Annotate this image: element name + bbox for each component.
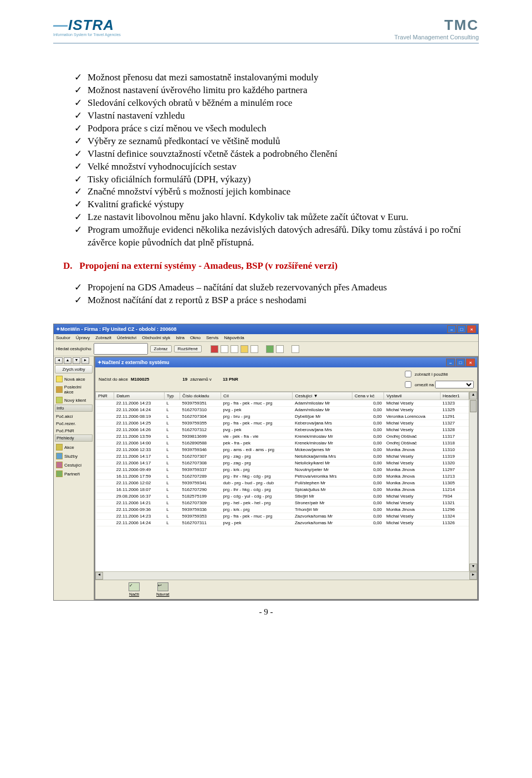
table-row[interactable]: 22.11.2006 08:19L5162707304prg - bru - p… — [96, 413, 469, 420]
list-item: ✓Velké množství vyhodnocujících sestav — [74, 161, 479, 173]
maximize-button[interactable]: □ — [457, 325, 466, 333]
hscrollbar[interactable]: ◄► — [95, 571, 477, 580]
chk-zobrazit[interactable]: zobrazit i použité — [402, 369, 474, 379]
child-titlebar[interactable]: ✦ Načtení z externího systému – □ × — [95, 357, 477, 367]
list-item: ✓Vlastní definice souvztažností včetně č… — [74, 148, 479, 161]
toolbar-icon[interactable] — [276, 345, 284, 353]
table-row[interactable]: 22.11.2006 14:21L5162707309prg - hel - p… — [96, 500, 469, 506]
table-row[interactable]: 22.11.2006 14:17L5162707307prg - zag - p… — [96, 453, 469, 460]
table-row[interactable]: 22.11.2006 12:02L5939759341dub - prg - b… — [96, 480, 469, 487]
rozsirene-button[interactable]: Rozšířené — [174, 345, 202, 352]
table-row[interactable]: 22.11.2006 14:23L5939759353prg - fra - p… — [96, 513, 469, 520]
table-row[interactable]: 22.11.2006 14:25L5939759355prg - fra - p… — [96, 420, 469, 427]
column-header[interactable]: Vystavil — [384, 392, 440, 400]
sidebar-sluzby[interactable]: Služby — [55, 452, 93, 460]
table-row[interactable]: 22.11.2006 12:33L5939759346prg - ams - e… — [96, 447, 469, 453]
table-row[interactable]: 22.11.2006 09:36L5939759336prg - krk - p… — [96, 506, 469, 513]
list-item: ✓Výběry ze seznamů předkontací ve většin… — [74, 135, 479, 148]
bullet-list-2: ✓Propojení na GDS Amadeus – načítání dat… — [53, 281, 479, 307]
sidebar: ◄▲▼► Zrych.volby Nová akce Poslední akce… — [54, 356, 94, 600]
toolbar-icon[interactable] — [266, 345, 274, 353]
column-header[interactable]: Číslo dokladu — [180, 392, 221, 400]
app-screenshot: ✦ MonWin - Firma : Fly United CZ - obdob… — [53, 324, 479, 601]
check-icon: ✓ — [74, 161, 82, 173]
app-icon: ✦ — [56, 326, 60, 332]
menu-item[interactable]: Úpravy — [76, 335, 90, 340]
table-row[interactable]: 22.11.2006 09:49L5939759337prg - krk - p… — [96, 467, 469, 473]
table-row[interactable]: 22.11.2006 14:23L5939759351prg - fra - p… — [96, 400, 469, 407]
navrat-button[interactable]: ↩Návrat — [156, 582, 170, 597]
table-row[interactable]: 22.11.2006 14:26L5162707312pvg - pekKebe… — [96, 427, 469, 433]
menu-item[interactable]: Soubor — [56, 335, 70, 340]
table-row[interactable]: 29.08.2006 16:37L5182575199prg - cdg - y… — [96, 493, 469, 500]
check-icon: ✓ — [74, 84, 82, 97]
list-item: ✓Podpora práce s cizí měnou ve všech mod… — [74, 122, 479, 135]
column-header[interactable]: Cíl — [221, 392, 293, 400]
toolbar-icon[interactable] — [291, 345, 299, 353]
logo-istra: —ISTRA Information System for Travel Age… — [53, 17, 121, 37]
search-input[interactable] — [94, 343, 148, 355]
table-row[interactable]: 22.11.2006 14:24L5162707311pvg - pekZazv… — [96, 520, 469, 526]
nav-arrows[interactable]: ◄▲▼► — [55, 357, 93, 364]
column-header[interactable]: Header1 — [440, 392, 468, 400]
child-maximize[interactable]: □ — [456, 359, 465, 366]
nacti-button[interactable]: ✓Načti — [129, 582, 140, 597]
close-button[interactable]: × — [467, 325, 476, 333]
toolbar-icon[interactable] — [250, 345, 258, 353]
data-grid[interactable]: PNRDatumTypČíslo dokladuCílCestující ▼Ce… — [95, 392, 477, 571]
minimize-button[interactable]: – — [447, 325, 456, 333]
column-header[interactable]: Cestující ▼ — [293, 392, 352, 400]
list-item: ✓Tisky oficiálních formulářů (DPH, výkaz… — [74, 173, 479, 186]
sidebar-novy-klient[interactable]: Nový klient — [55, 396, 93, 405]
sidebar-prehledy-head[interactable]: Přehledy — [55, 434, 93, 442]
list-item: ✓Značné množství výběrů s možností jejic… — [74, 186, 479, 198]
sidebar-nova-akce[interactable]: Nová akce — [55, 375, 93, 383]
menu-item[interactable]: Nápověda — [224, 335, 244, 340]
omezit-select[interactable] — [435, 381, 474, 388]
table-row[interactable]: 22.11.2006 14:00L5162890588pek - fra - p… — [96, 440, 469, 447]
table-row[interactable]: 16.11.2006 18:07L5162707290prg - lhr - h… — [96, 487, 469, 493]
check-icon: ✓ — [74, 281, 82, 294]
menu-item[interactable]: Obchodní styk — [142, 335, 170, 340]
column-header[interactable]: Cena v kč — [352, 392, 384, 400]
sidebar-posledni-akce[interactable]: Poslední akce — [55, 383, 93, 396]
column-header[interactable]: PNR — [96, 392, 114, 400]
toolbar-icon[interactable] — [231, 345, 238, 353]
chk-omezit[interactable]: omezit na — [402, 380, 474, 390]
column-header[interactable]: Typ — [164, 392, 180, 400]
check-icon: ✓ — [74, 97, 82, 110]
main-titlebar[interactable]: ✦ MonWin - Firma : Fly United CZ - obdob… — [54, 324, 478, 334]
menubar[interactable]: SouborÚpravyZobrazitÚčetnictvíObchodní s… — [54, 334, 478, 342]
table-row[interactable]: 22.11.2006 13:59L5939813699vie - pek - f… — [96, 433, 469, 440]
list-item: ✓Program umožňuje evidenci několika nezá… — [74, 224, 479, 249]
list-item: ✓Sledování celkových obratů v běžném a m… — [74, 97, 479, 110]
menu-item[interactable]: Účetnictví — [117, 335, 136, 340]
child-close[interactable]: × — [466, 359, 475, 366]
list-item: ✓Vlastní nastavení vzhledu — [74, 110, 479, 122]
menu-item[interactable]: Zobrazit — [95, 335, 111, 340]
check-icon: ✓ — [74, 122, 82, 135]
table-row[interactable]: 16.11.2006 17:59L5162707289prg - lhr - h… — [96, 473, 469, 480]
child-title: Načtení z externího systému — [102, 360, 170, 365]
page-header: —ISTRA Information System for Travel Age… — [53, 17, 479, 40]
list-item: ✓Možnost nastavení úvěrového limitu pro … — [74, 84, 479, 97]
menu-item[interactable]: Servis — [206, 335, 218, 340]
toolbar: Hledat cestujícího Zobraz Rozšířené — [54, 342, 478, 356]
child-window: ✦ Načtení z externího systému – □ × Načí… — [95, 357, 477, 599]
child-minimize[interactable]: – — [446, 359, 455, 366]
sidebar-akce[interactable]: Akce — [55, 443, 93, 452]
menu-item[interactable]: Istra — [176, 335, 185, 340]
toolbar-icon[interactable] — [241, 345, 248, 353]
toolbar-icon[interactable] — [211, 345, 218, 353]
zobraz-button[interactable]: Zobraz — [150, 345, 172, 352]
menu-item[interactable]: Okno — [190, 335, 201, 340]
toolbar-icon[interactable] — [221, 345, 228, 353]
sidebar-zrych[interactable]: Zrych.volby — [55, 365, 93, 373]
table-row[interactable]: 22.11.2006 14:24L5162707310pvg - pekAdam… — [96, 407, 469, 413]
bullet-list-1: ✓Možnost přenosu dat mezi samostatně ins… — [53, 71, 479, 249]
sidebar-partneri[interactable]: Partneři — [55, 469, 93, 478]
sidebar-cestujici[interactable]: Cestující — [55, 460, 93, 469]
column-header[interactable]: Datum — [114, 392, 165, 400]
table-row[interactable]: 22.11.2006 14:17L5162707308prg - zag - p… — [96, 460, 469, 467]
vscrollbar[interactable]: ▲▼ — [469, 392, 477, 571]
